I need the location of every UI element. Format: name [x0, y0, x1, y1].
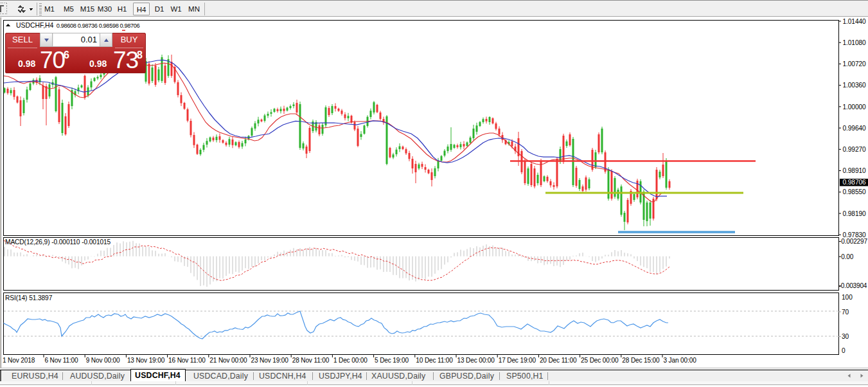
svg-text:1.01440: 1.01440	[843, 18, 867, 25]
svg-text:0.98190: 0.98190	[843, 210, 867, 217]
svg-text:5 Dec 19:00: 5 Dec 19:00	[375, 357, 409, 364]
svg-text:23 Nov 19:00: 23 Nov 19:00	[251, 357, 289, 364]
svg-text:0.99640: 0.99640	[843, 125, 867, 132]
svg-text:-0.003904: -0.003904	[839, 282, 867, 289]
svg-text:1 Dec 00:00: 1 Dec 00:00	[333, 357, 368, 364]
svg-text:USDCHF,H4 0.98608 0.98736 0.9: USDCHF,H4 0.98608 0.98736 0.98598 0.9870…	[16, 22, 140, 29]
svg-text:1.00000: 1.00000	[843, 104, 867, 111]
svg-text:70: 70	[842, 309, 849, 316]
svg-text:1 Nov 2018: 1 Nov 2018	[3, 357, 35, 364]
svg-text:RSI(14) 51.3897: RSI(14) 51.3897	[5, 294, 53, 302]
svg-text:30: 30	[842, 333, 849, 340]
svg-text:16 Nov 11:00: 16 Nov 11:00	[168, 357, 206, 364]
svg-text:20 Dec 11:00: 20 Dec 11:00	[540, 357, 577, 364]
svg-text:0: 0	[842, 347, 846, 354]
svg-text:13 Nov 19:00: 13 Nov 19:00	[127, 357, 165, 364]
svg-text:0.98550: 0.98550	[843, 188, 867, 195]
svg-text:0.00: 0.00	[841, 253, 853, 260]
svg-text:21 Nov 00:00: 21 Nov 00:00	[209, 357, 247, 364]
svg-text:1.00360: 1.00360	[843, 82, 867, 89]
svg-text:6 Nov 11:00: 6 Nov 11:00	[45, 357, 79, 364]
svg-text:9 Nov 00:00: 9 Nov 00:00	[86, 357, 120, 364]
svg-text:28 Nov 11:00: 28 Nov 11:00	[292, 357, 330, 364]
svg-text:MACD(12,26,9) -0.000110 -0.001: MACD(12,26,9) -0.000110 -0.001015	[5, 239, 111, 246]
svg-text:3 Jan 00:00: 3 Jan 00:00	[664, 357, 697, 364]
svg-text:25 Dec 00:00: 25 Dec 00:00	[581, 357, 619, 364]
svg-text:100: 100	[842, 294, 853, 301]
svg-text:0.002297: 0.002297	[841, 238, 867, 245]
svg-text:17 Dec 19:00: 17 Dec 19:00	[499, 357, 536, 364]
svg-text:0.97830: 0.97830	[843, 231, 867, 239]
svg-text:10 Dec 11:00: 10 Dec 11:00	[416, 357, 453, 364]
svg-text:0.98910: 0.98910	[843, 167, 867, 174]
svg-text:28 Dec 15:00: 28 Dec 15:00	[622, 357, 660, 364]
svg-text:1.01080: 1.01080	[843, 39, 867, 46]
svg-text:0.98706: 0.98706	[843, 179, 867, 186]
svg-text:1.00720: 1.00720	[843, 60, 867, 68]
svg-text:13 Dec 00:00: 13 Dec 00:00	[457, 357, 495, 364]
svg-text:0.99270: 0.99270	[843, 146, 867, 153]
